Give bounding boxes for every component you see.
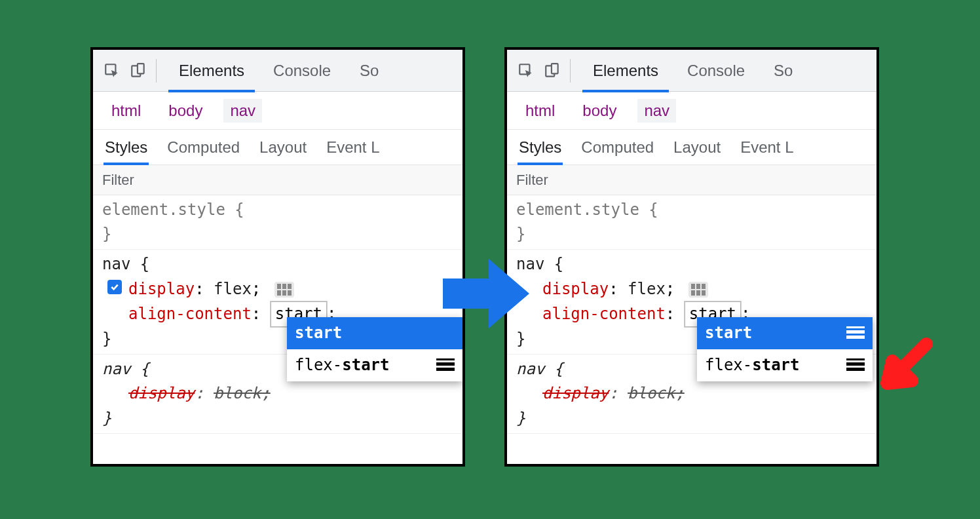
dropdown-item-label-bold: start (342, 356, 389, 374)
selector-nav[interactable]: nav { (516, 252, 867, 277)
prop-display-flex[interactable]: display: flex; (516, 277, 867, 301)
selector-element-style[interactable]: element.style { (516, 198, 867, 222)
styles-code-area: element.style { } nav { display: flex; a… (93, 195, 462, 434)
svg-rect-16 (696, 290, 700, 296)
subtab-styles[interactable]: Styles (105, 130, 147, 164)
subtab-label: Styles (105, 138, 147, 157)
styles-code-area: element.style { } nav { display: flex; a… (507, 195, 876, 434)
svg-rect-15 (691, 290, 695, 296)
dropdown-item-start[interactable]: start (697, 317, 873, 349)
prop-value: block; (214, 384, 271, 402)
tab-label: Console (273, 62, 331, 80)
tab-label: Elements (179, 62, 244, 80)
breadcrumb-nav[interactable]: nav (637, 99, 676, 123)
devtools-toolbar: Elements Console So (507, 50, 876, 92)
breadcrumb-html[interactable]: html (105, 99, 147, 123)
close-brace: } (102, 222, 453, 246)
tab-sources-truncated[interactable]: So (345, 50, 393, 92)
subtab-layout[interactable]: Layout (673, 130, 721, 164)
tab-label: So (360, 62, 379, 80)
prop-name: display (128, 384, 195, 402)
close-brace: } (516, 406, 867, 431)
device-toggle-icon[interactable] (542, 61, 562, 81)
tab-label: Elements (593, 62, 658, 80)
tab-console[interactable]: Console (673, 50, 759, 92)
subtab-styles[interactable]: Styles (519, 130, 561, 164)
property-enable-checkbox[interactable] (107, 280, 122, 294)
svg-rect-14 (702, 284, 706, 289)
devtools-main-tabs: Elements Console So (578, 50, 876, 92)
breadcrumb-nav[interactable]: nav (223, 99, 262, 123)
styles-filter-input[interactable]: Filter (93, 165, 462, 195)
dropdown-item-flex-start[interactable]: flex-start (287, 349, 462, 381)
tab-label: So (774, 62, 793, 80)
dropdown-item-label: flex- (295, 356, 342, 374)
filter-placeholder: Filter (516, 172, 548, 189)
subtab-computed[interactable]: Computed (167, 130, 240, 164)
prop-display-block-overridden[interactable]: display: block; (516, 381, 867, 406)
flexbox-editor-icon[interactable] (688, 282, 708, 298)
dropdown-item-start[interactable]: start (287, 317, 462, 349)
toolbar-divider (156, 59, 157, 83)
flexbox-editor-icon[interactable] (274, 282, 294, 298)
subtab-label: Computed (167, 138, 240, 157)
svg-rect-7 (282, 290, 286, 296)
rule-element-style: element.style { } (93, 195, 462, 250)
tab-elements[interactable]: Elements (164, 50, 259, 92)
dropdown-item-label-bold: start (295, 324, 342, 342)
subtab-label: Layout (673, 138, 721, 157)
svg-rect-12 (691, 284, 695, 289)
svg-rect-2 (138, 64, 144, 73)
selector-element-style[interactable]: element.style { (102, 198, 453, 222)
rule-element-style: element.style { } (507, 195, 876, 250)
prop-name[interactable]: align-content (128, 305, 252, 323)
prop-value[interactable]: flex (628, 280, 666, 298)
devtools-main-tabs: Elements Console So (164, 50, 462, 92)
device-toggle-icon[interactable] (128, 61, 148, 81)
close-brace: } (102, 406, 453, 431)
svg-rect-8 (288, 290, 292, 296)
autocomplete-dropdown-before: start flex-start (287, 317, 462, 381)
prop-display-flex[interactable]: display: flex; (102, 277, 453, 301)
toolbar-divider (570, 59, 571, 83)
dropdown-item-flex-start[interactable]: flex-start (697, 349, 873, 381)
breadcrumb-html[interactable]: html (519, 99, 561, 123)
prop-name: display (542, 384, 609, 402)
tab-console[interactable]: Console (259, 50, 345, 92)
subtab-label: Event L (326, 138, 379, 157)
tab-label: Console (687, 62, 745, 80)
subtab-event-truncated[interactable]: Event L (740, 130, 793, 164)
tab-sources-truncated[interactable]: So (759, 50, 807, 92)
dom-breadcrumb: html body nav (507, 92, 876, 130)
dropdown-item-label-bold: start (752, 356, 799, 374)
highlight-arrow-icon (880, 332, 938, 390)
prop-name[interactable]: align-content (542, 305, 666, 323)
align-content-start-icon (436, 358, 455, 373)
devtools-toolbar: Elements Console So (93, 50, 462, 92)
styles-filter-input[interactable]: Filter (507, 165, 876, 195)
breadcrumb-body[interactable]: body (162, 99, 209, 123)
subtab-event-truncated[interactable]: Event L (326, 130, 379, 164)
svg-rect-3 (277, 284, 281, 289)
prop-value[interactable]: flex (214, 280, 252, 298)
inspect-icon[interactable] (516, 61, 536, 81)
styles-subtabs: Styles Computed Layout Event L (507, 130, 876, 165)
prop-name[interactable]: display (542, 280, 609, 298)
prop-display-block-overridden[interactable]: display: block; (102, 381, 453, 406)
selector-nav[interactable]: nav { (102, 252, 453, 277)
svg-rect-17 (702, 290, 706, 296)
prop-name[interactable]: display (128, 280, 195, 298)
subtab-computed[interactable]: Computed (581, 130, 654, 164)
subtab-layout[interactable]: Layout (259, 130, 307, 164)
align-content-start-icon (846, 358, 865, 373)
tab-elements[interactable]: Elements (578, 50, 673, 92)
subtab-label: Computed (581, 138, 654, 157)
dom-breadcrumb: html body nav (93, 92, 462, 130)
inspect-icon[interactable] (102, 61, 122, 81)
subtab-label: Styles (519, 138, 561, 157)
autocomplete-dropdown-after: start flex-start (697, 317, 873, 381)
subtab-label: Layout (259, 138, 307, 157)
align-content-start-icon (846, 326, 865, 341)
breadcrumb-body[interactable]: body (576, 99, 623, 123)
svg-rect-5 (288, 284, 292, 289)
